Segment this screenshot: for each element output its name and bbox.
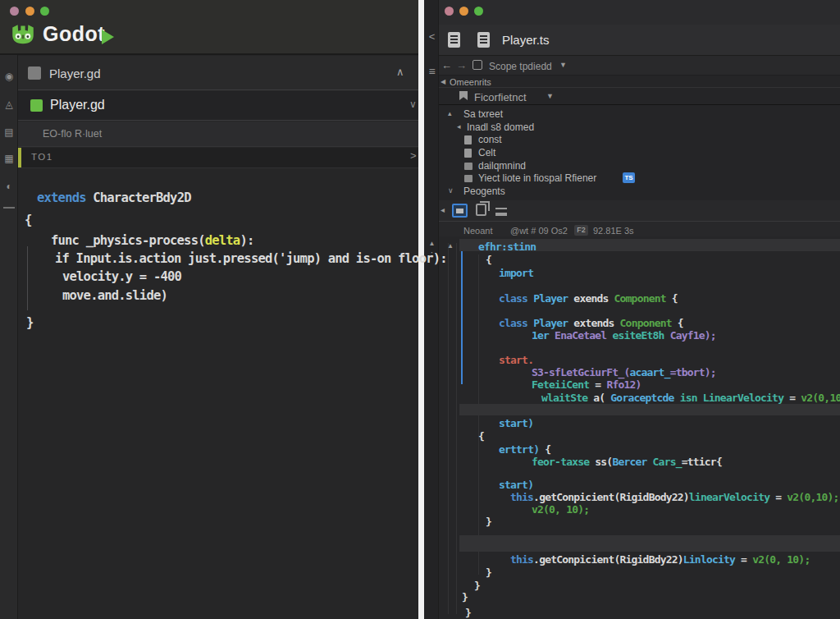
chevron-left-icon[interactable]: < [426, 30, 438, 43]
code-line[interactable]: this.getConpicient(RigidBody22)linearVel… [510, 491, 839, 503]
editor-tabbar[interactable] [439, 25, 840, 56]
code-line[interactable]: { [25, 213, 32, 227]
godot-titlebar[interactable]: Godot [0, 0, 418, 55]
tree-file-icon [464, 149, 472, 158]
status-branch-label: Neoant [463, 226, 492, 236]
code-line[interactable]: } [486, 516, 491, 528]
tree-item[interactable]: ◂Inadl s8 domed [439, 122, 840, 135]
code-line[interactable]: import [499, 267, 533, 279]
code-line[interactable]: this.getConpicient(RigidBdy22)Linlocity … [510, 553, 810, 566]
file-tab-icon[interactable] [477, 32, 490, 48]
play-button[interactable] [102, 30, 114, 44]
file-tab-icon[interactable] [448, 32, 460, 48]
tree-arrow-icon[interactable]: ◂ [457, 122, 461, 131]
tree-item[interactable]: Yiect liote in fiospal RfienerTS [439, 172, 840, 186]
code-line[interactable]: velocity.y = -400 [62, 269, 181, 284]
back-arrow-icon[interactable]: ← [441, 59, 452, 71]
tree-item[interactable]: dailqmnind [439, 160, 840, 173]
collapse-left-icon[interactable]: ◂ [441, 205, 445, 214]
outline-caret-icon[interactable]: ▼ [546, 92, 554, 100]
project-icon[interactable]: ▦ [2, 153, 16, 164]
fold-marker-icon[interactable]: ▲ [447, 242, 454, 250]
panel-toggle-icon[interactable] [472, 60, 482, 70]
traffic-light-minimize[interactable] [459, 7, 468, 16]
tree-item[interactable]: ∨Peogents [439, 186, 840, 199]
tree-item[interactable]: const [439, 134, 840, 147]
traffic-light-close[interactable] [445, 7, 454, 16]
import-icon[interactable]: ◬ [2, 99, 16, 110]
code-line[interactable]: start) [499, 417, 533, 429]
forward-arrow-icon[interactable]: → [456, 59, 467, 71]
code-line[interactable]: } [474, 580, 480, 592]
code-token: wlaitSte [541, 392, 593, 404]
code-line[interactable]: efhr:stinn [478, 241, 536, 253]
code-token: CharacterBdy2D [93, 190, 190, 205]
code-line[interactable]: FeteiiCent = Rfo12) [532, 378, 641, 391]
tree-item-label: const [478, 134, 502, 145]
dropdown-caret-icon[interactable]: ▼ [559, 61, 567, 69]
code-line[interactable]: wlaitSte a( Goraceptcde isn LinearVeloci… [541, 392, 840, 404]
sidebar-divider [3, 207, 15, 209]
outline-header-label[interactable]: Ficorfietnct [474, 91, 527, 103]
code-token: .getConpicient(RigidBody22) [533, 491, 689, 503]
code-line[interactable]: } [462, 591, 468, 603]
code-token: Conponent [614, 317, 672, 329]
tree-arrow-icon[interactable]: ∨ [448, 186, 454, 195]
traffic-light-close[interactable] [10, 7, 19, 16]
breadcrumb[interactable]: Omeenrits [450, 77, 491, 87]
tree-arrow-icon[interactable]: ▴ [448, 109, 452, 117]
marker-up-icon[interactable]: ▲ [426, 240, 438, 247]
editor-titlebar[interactable] [439, 0, 840, 25]
collapse-up-icon[interactable]: ∧ [396, 66, 404, 78]
code-line[interactable]: class Player exends Component { [499, 292, 678, 305]
code-line[interactable]: { [486, 254, 491, 266]
code-line[interactable]: func _physics-process(delta): [51, 233, 253, 248]
code-token: import [499, 267, 533, 279]
code-token: class [499, 317, 527, 329]
chevron-right-icon[interactable]: > [410, 149, 417, 162]
tree-item-label: Inadl s8 domed [467, 122, 534, 133]
debug-icon[interactable]: ◐ [2, 181, 16, 192]
code-token: } [462, 591, 468, 603]
menu-icon[interactable]: ≡ [426, 65, 438, 78]
scope-dropdown[interactable]: Scope tpdiedd [489, 61, 552, 72]
code-line[interactable]: if Input.is.action just.pressed('jump) a… [55, 251, 447, 266]
code-token: feor-taxse [532, 456, 595, 468]
method-list-row[interactable] [18, 148, 418, 168]
code-line[interactable]: { [478, 430, 484, 442]
code-line[interactable]: } [465, 607, 471, 619]
collapse-down-icon[interactable]: ∨ [409, 99, 417, 110]
assets-icon[interactable]: ▤ [2, 126, 16, 138]
indent-guide [456, 243, 457, 614]
code-token: { [25, 213, 32, 227]
tree-item[interactable]: Celt [439, 147, 840, 160]
code-token: } [474, 580, 480, 592]
code-line[interactable]: start. [499, 354, 533, 366]
script-file-icon [28, 66, 41, 80]
code-line[interactable]: class Player extends Conponent { [499, 317, 683, 329]
breadcrumb-collapse-icon[interactable]: ◀ [441, 78, 445, 85]
code-line[interactable]: } [486, 566, 491, 579]
traffic-light-zoom[interactable] [474, 7, 483, 16]
code-line[interactable]: } [26, 315, 34, 330]
scene-icon[interactable]: ◉ [2, 71, 16, 82]
split-editor-icon-selected[interactable] [452, 204, 468, 218]
window-divider[interactable] [418, 0, 424, 619]
code-line[interactable]: erttrt) { [499, 443, 550, 456]
code-token: { [539, 443, 550, 456]
code-line[interactable]: start) [499, 479, 533, 491]
tree-item[interactable]: ▴Sa txreet [439, 108, 840, 122]
minimize-panel-icon[interactable] [495, 208, 507, 216]
code-token: ss( [595, 456, 612, 468]
code-line[interactable]: 1er EnaCetael esiteEt8h Cayf1e); [532, 329, 716, 342]
code-line[interactable]: S3-sfLetGciurFt_(acaart_=tbort); [532, 366, 716, 378]
copy-icon[interactable] [476, 204, 486, 216]
screenshot-root: Godot Player.gd ∧ Player.gd ∨ EO-flo R·l… [0, 0, 840, 619]
code-line[interactable]: extends CharacterBdy2D [37, 190, 191, 205]
traffic-light-zoom[interactable] [40, 7, 49, 16]
code-line[interactable]: move.and.slide) [62, 288, 167, 303]
active-tab-filename[interactable]: Player.ts [502, 33, 550, 47]
traffic-light-minimize[interactable] [25, 7, 34, 16]
code-line[interactable]: v2(0, 10); [532, 503, 589, 516]
code-line[interactable]: feor-taxse ss(Bercer Cars_=tticr{ [532, 456, 722, 468]
